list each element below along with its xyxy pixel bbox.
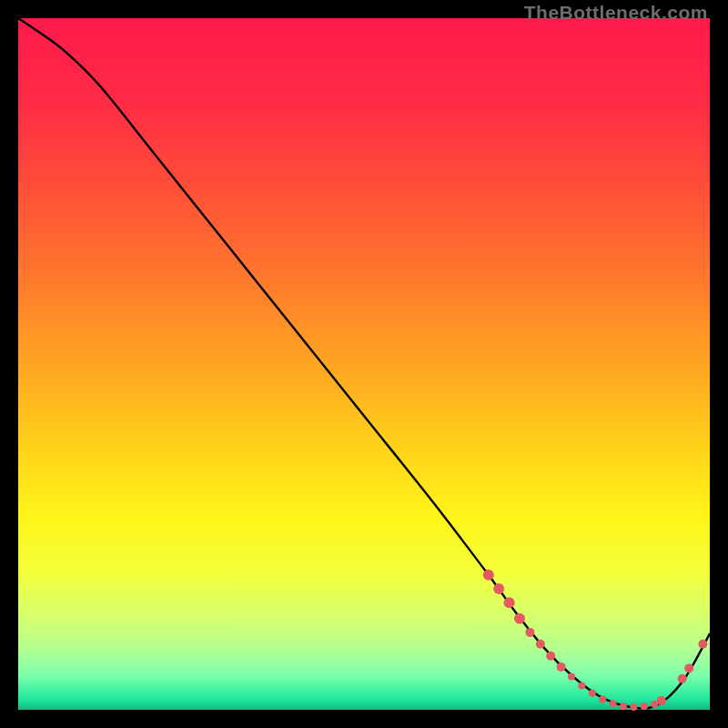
data-point (641, 703, 648, 710)
data-point (698, 640, 707, 649)
data-point (525, 628, 534, 637)
data-point (657, 696, 666, 705)
chart-root: TheBottleneck.com (0, 0, 728, 728)
data-point (610, 700, 617, 707)
data-point (493, 583, 504, 594)
data-point (620, 703, 627, 710)
watermark-text: TheBottleneck.com (524, 2, 708, 24)
data-point (536, 640, 545, 649)
data-point (504, 597, 515, 608)
data-point (589, 690, 596, 697)
data-point (684, 663, 693, 672)
data-points (483, 570, 708, 711)
data-point (678, 674, 687, 683)
data-point (599, 696, 606, 703)
curve-path (18, 18, 710, 709)
plot-area (18, 18, 710, 710)
data-point (546, 652, 555, 661)
data-point (568, 673, 575, 681)
data-point (557, 662, 566, 672)
plot-svg (18, 18, 710, 710)
data-point (578, 682, 585, 689)
data-point (514, 613, 525, 624)
data-point (483, 570, 494, 581)
bottleneck-curve (18, 18, 710, 709)
data-point (630, 703, 637, 711)
